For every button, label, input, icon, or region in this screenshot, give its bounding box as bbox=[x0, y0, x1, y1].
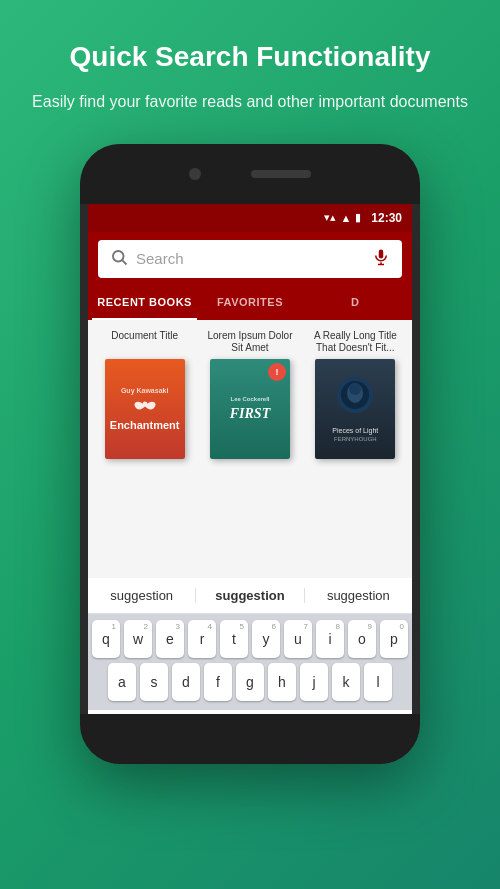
book-author-3: FERNYHOUGH bbox=[334, 436, 377, 442]
tab-other[interactable]: D bbox=[303, 286, 408, 320]
phone-speaker bbox=[251, 170, 311, 178]
battery-icon: ▮ bbox=[355, 211, 361, 224]
search-input[interactable]: Search bbox=[136, 250, 364, 267]
suggestions-bar: suggestion suggestion suggestion bbox=[88, 578, 412, 614]
book-cover-inner-3: Pieces of Light FERNYHOUGH bbox=[315, 359, 395, 459]
key-k[interactable]: k bbox=[332, 663, 360, 701]
search-bar[interactable]: Search bbox=[98, 240, 402, 278]
key-s[interactable]: s bbox=[140, 663, 168, 701]
tab-recent-books[interactable]: RECENT BOOKS bbox=[92, 286, 197, 320]
keyboard-row-1: 1q 2w 3e 4r 5t 6y 7u 8i 9o 0p bbox=[92, 620, 408, 658]
svg-line-1 bbox=[122, 260, 126, 264]
key-u[interactable]: 7u bbox=[284, 620, 312, 658]
book-cover-2[interactable]: Lee Cockerell FIRST ! bbox=[210, 359, 290, 459]
svg-point-0 bbox=[113, 251, 124, 262]
page-subtitle: Easily find your favorite reads and othe… bbox=[32, 90, 468, 114]
header-section: Quick Search Functionality Easily find y… bbox=[2, 0, 498, 134]
book-cover-3[interactable]: Pieces of Light FERNYHOUGH bbox=[315, 359, 395, 459]
phone-bottom-bezel bbox=[80, 714, 420, 764]
search-icon bbox=[110, 248, 128, 270]
key-d[interactable]: d bbox=[172, 663, 200, 701]
key-j[interactable]: j bbox=[300, 663, 328, 701]
keyboard: 1q 2w 3e 4r 5t 6y 7u 8i 9o 0p a s d f bbox=[88, 614, 412, 710]
suggestion-2[interactable]: suggestion bbox=[196, 586, 303, 605]
key-o[interactable]: 9o bbox=[348, 620, 376, 658]
key-t[interactable]: 5t bbox=[220, 620, 248, 658]
book-title-3: A Really Long Title That Doesn't Fit... bbox=[307, 330, 404, 354]
book-name-3: Pieces of Light bbox=[332, 427, 378, 434]
book-name-2: FIRST bbox=[230, 406, 270, 422]
key-r[interactable]: 4r bbox=[188, 620, 216, 658]
book-cover-inner-1: Guy Kawasaki Enchantment bbox=[105, 359, 185, 459]
key-l[interactable]: l bbox=[364, 663, 392, 701]
tabs-bar: RECENT BOOKS FAVORITES D bbox=[88, 286, 412, 320]
status-bar-icons: ▾▴ ▲ ▮ 12:30 bbox=[324, 211, 402, 225]
key-g[interactable]: g bbox=[236, 663, 264, 701]
status-bar: ▾▴ ▲ ▮ 12:30 bbox=[88, 204, 412, 232]
key-y[interactable]: 6y bbox=[252, 620, 280, 658]
phone-camera bbox=[189, 168, 201, 180]
book-name-1: Enchantment bbox=[110, 419, 180, 431]
key-a[interactable]: a bbox=[108, 663, 136, 701]
book-badge-2: ! bbox=[268, 363, 286, 381]
key-i[interactable]: 8i bbox=[316, 620, 344, 658]
book-cover-1[interactable]: Guy Kawasaki Enchantment bbox=[105, 359, 185, 459]
signal-icon: ▲ bbox=[340, 212, 351, 224]
key-e[interactable]: 3e bbox=[156, 620, 184, 658]
phone-frame: ▾▴ ▲ ▮ 12:30 Search bbox=[80, 144, 420, 764]
app-bar: Search bbox=[88, 232, 412, 286]
svg-point-9 bbox=[349, 383, 361, 395]
status-bar-time: 12:30 bbox=[371, 211, 402, 225]
keyboard-row-2: a s d f g h j k l bbox=[92, 663, 408, 701]
key-h[interactable]: h bbox=[268, 663, 296, 701]
book-title-2: Lorem Ipsum Dolor Sit Amet bbox=[201, 330, 298, 354]
phone-screen: ▾▴ ▲ ▮ 12:30 Search bbox=[88, 204, 412, 714]
key-p[interactable]: 0p bbox=[380, 620, 408, 658]
mic-icon[interactable] bbox=[372, 248, 390, 270]
key-f[interactable]: f bbox=[204, 663, 232, 701]
suggestion-1[interactable]: suggestion bbox=[88, 586, 195, 605]
book-item-1[interactable]: Document Title Guy Kawasaki Enchantment bbox=[96, 330, 193, 459]
page-title: Quick Search Functionality bbox=[32, 40, 468, 74]
book-title-1: Document Title bbox=[111, 330, 178, 354]
book-author-2: Lee Cockerell bbox=[230, 396, 269, 402]
book-item-2[interactable]: Lorem Ipsum Dolor Sit Amet Lee Cockerell… bbox=[201, 330, 298, 459]
bottom-panel: suggestion suggestion suggestion 1q 2w 3… bbox=[88, 578, 412, 714]
svg-point-5 bbox=[142, 401, 147, 406]
key-w[interactable]: 2w bbox=[124, 620, 152, 658]
tab-favorites[interactable]: FAVORITES bbox=[197, 286, 302, 320]
key-q[interactable]: 1q bbox=[92, 620, 120, 658]
book-author-1: Guy Kawasaki bbox=[121, 387, 168, 394]
book-item-3[interactable]: A Really Long Title That Doesn't Fit... … bbox=[307, 330, 404, 459]
phone-top-bezel bbox=[80, 144, 420, 204]
books-section: Document Title Guy Kawasaki Enchantment bbox=[88, 320, 412, 469]
svg-rect-2 bbox=[379, 249, 384, 258]
suggestion-3[interactable]: suggestion bbox=[305, 586, 412, 605]
wifi-icon: ▾▴ bbox=[324, 211, 336, 224]
